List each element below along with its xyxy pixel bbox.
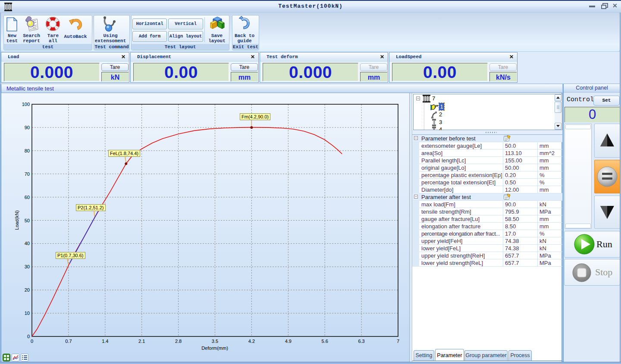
svg-text:2.1: 2.1	[138, 339, 145, 344]
svg-text:20: 20	[25, 287, 30, 292]
svg-text:0: 0	[31, 339, 33, 344]
svg-text:100: 100	[22, 102, 30, 107]
svg-text:0.7: 0.7	[65, 339, 72, 344]
svg-text:6.3: 6.3	[358, 339, 364, 344]
svg-text:3.5: 3.5	[212, 339, 218, 344]
svg-text:7: 7	[397, 339, 399, 344]
svg-text:50: 50	[25, 218, 30, 223]
svg-text:Deform(mm): Deform(mm)	[201, 345, 228, 351]
svg-text:10: 10	[25, 311, 30, 316]
svg-text:0: 0	[27, 334, 30, 339]
svg-text:30: 30	[25, 264, 30, 269]
svg-text:2.8: 2.8	[175, 339, 182, 344]
svg-text:80: 80	[25, 148, 30, 153]
svg-text:60: 60	[25, 195, 30, 200]
svg-text:4.2: 4.2	[248, 339, 255, 344]
svg-text:1.4: 1.4	[102, 339, 108, 344]
svg-text:40: 40	[25, 241, 30, 246]
svg-text:4.9: 4.9	[285, 339, 292, 344]
svg-text:90: 90	[25, 125, 30, 130]
svg-text:70: 70	[25, 171, 30, 177]
svg-text:5.6: 5.6	[322, 339, 328, 344]
svg-text:Load(kN): Load(kN)	[14, 210, 19, 230]
